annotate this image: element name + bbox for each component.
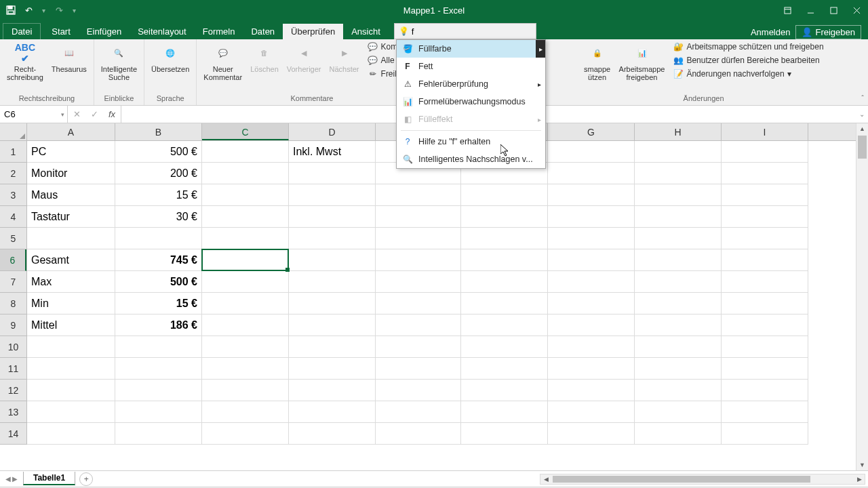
col-header-I[interactable]: I [722, 123, 808, 140]
worksheet-grid[interactable]: ABCDEFGHI 1234567891011121314 PC500 €Ink… [0, 123, 868, 470]
cell-I12[interactable] [722, 380, 808, 401]
cell-H7[interactable] [635, 271, 722, 293]
row-header-14[interactable]: 14 [0, 423, 26, 445]
cell-D9[interactable] [289, 314, 376, 336]
col-header-C[interactable]: C [202, 123, 289, 140]
cell-D10[interactable] [289, 336, 376, 358]
ribbon-options-icon[interactable] [776, 0, 799, 20]
name-box[interactable]: C6▾ [0, 106, 68, 123]
sheet-nav-next-icon[interactable]: ▶ [12, 475, 18, 483]
row-header-1[interactable]: 1 [0, 141, 26, 163]
cell-G13[interactable] [548, 401, 635, 423]
undo-icon[interactable]: ↶ [23, 5, 34, 16]
newcomment-button[interactable]: 💬Neuer Kommentar [201, 41, 245, 83]
row-header-2[interactable]: 2 [0, 163, 26, 184]
fx-icon[interactable]: fx [103, 109, 121, 119]
tellme-input[interactable] [412, 26, 532, 37]
row-header-8[interactable]: 8 [0, 293, 26, 314]
tab-formulas[interactable]: Formeln [195, 24, 243, 39]
cell-F14[interactable] [461, 423, 548, 445]
tab-review[interactable]: Überprüfen [283, 24, 343, 39]
cell-D12[interactable] [289, 380, 376, 401]
cell-I13[interactable] [722, 401, 808, 423]
cell-H8[interactable] [635, 293, 722, 314]
cell-H11[interactable] [635, 358, 722, 380]
cell-C5[interactable] [202, 228, 289, 249]
cell-C14[interactable] [202, 423, 289, 445]
cell-A5[interactable] [27, 228, 115, 249]
close-icon[interactable] [845, 0, 868, 20]
cell-B13[interactable] [115, 401, 202, 423]
maximize-icon[interactable] [822, 0, 845, 20]
cell-A10[interactable] [27, 336, 115, 358]
cell-A12[interactable] [27, 380, 115, 401]
cell-H3[interactable] [635, 184, 722, 206]
tellme-item-bold[interactable]: F Fett [397, 58, 545, 75]
cell-B4[interactable]: 30 € [115, 206, 202, 228]
cell-F7[interactable] [461, 271, 548, 293]
cell-F10[interactable] [461, 336, 548, 358]
protectwb-button[interactable]: 🔒smappe ützen [581, 41, 614, 83]
expand-formulabar-icon[interactable]: ⌄ [856, 106, 868, 123]
row-headers[interactable]: 1234567891011121314 [0, 141, 27, 445]
tellme-item-fillcolor[interactable]: 🪣 Füllfarbe ▸ [397, 40, 545, 58]
cell-G9[interactable] [548, 314, 635, 336]
cell-I7[interactable] [722, 271, 808, 293]
cell-I1[interactable] [722, 141, 808, 163]
cell-D6[interactable] [289, 249, 376, 271]
sheet-nav-prev-icon[interactable]: ◀ [5, 475, 11, 483]
tellme-item-help[interactable]: ? Hilfe zu "f" erhalten [397, 133, 545, 150]
cell-I4[interactable] [722, 206, 808, 228]
cell-C11[interactable] [202, 358, 289, 380]
collapse-ribbon-icon[interactable]: ˆ [861, 94, 864, 102]
spellcheck-button[interactable]: ABC✔Recht- schreibung [4, 41, 46, 83]
cell-C8[interactable] [202, 293, 289, 314]
cell-E11[interactable] [376, 358, 461, 380]
row-header-13[interactable]: 13 [0, 401, 26, 423]
cell-F6[interactable] [461, 249, 548, 271]
cell-D1[interactable]: Inkl. Mwst [289, 141, 376, 163]
cell-A3[interactable]: Maus [27, 184, 115, 206]
col-header-B[interactable]: B [115, 123, 202, 140]
cell-H9[interactable] [635, 314, 722, 336]
row-header-6[interactable]: 6 [0, 249, 26, 271]
cell-F3[interactable] [461, 184, 548, 206]
cell-D3[interactable] [289, 184, 376, 206]
vertical-scrollbar[interactable]: ▲ ▼ [856, 123, 868, 470]
cell-B10[interactable] [115, 336, 202, 358]
cell-B3[interactable]: 15 € [115, 184, 202, 206]
cell-I9[interactable] [722, 314, 808, 336]
cell-F5[interactable] [461, 228, 548, 249]
cell-I6[interactable] [722, 249, 808, 271]
cell-A6[interactable]: Gesamt [27, 249, 115, 271]
protectshare-button[interactable]: 🔐Arbeitsmappe schützen und freigeben [670, 41, 826, 53]
cell-B5[interactable] [115, 228, 202, 249]
minimize-icon[interactable] [799, 0, 822, 20]
cell-C6[interactable] [202, 249, 289, 271]
cell-E13[interactable] [376, 401, 461, 423]
scroll-left-icon[interactable]: ◀ [540, 474, 551, 484]
cell-D5[interactable] [289, 228, 376, 249]
horizontal-scrollbar[interactable]: ◀ ▶ [540, 474, 865, 485]
row-header-10[interactable]: 10 [0, 336, 26, 358]
cell-H12[interactable] [635, 380, 722, 401]
tab-insert[interactable]: Einfügen [79, 24, 130, 39]
hscroll-thumb[interactable] [553, 476, 810, 483]
cells-area[interactable]: PC500 €Inkl. Mwst19%Monitor200 €Maus15 €… [27, 141, 856, 470]
add-sheet-button[interactable]: + [79, 472, 93, 486]
cell-G12[interactable] [548, 380, 635, 401]
sharewb-button[interactable]: 📊Arbeitsmappe freigeben [616, 41, 668, 83]
cell-H2[interactable] [635, 163, 722, 184]
cell-G10[interactable] [548, 336, 635, 358]
cell-E9[interactable] [376, 314, 461, 336]
cell-B1[interactable]: 500 € [115, 141, 202, 163]
cell-A2[interactable]: Monitor [27, 163, 115, 184]
cell-G1[interactable] [548, 141, 635, 163]
cell-A11[interactable] [27, 358, 115, 380]
cell-G6[interactable] [548, 249, 635, 271]
tab-view[interactable]: Ansicht [343, 24, 389, 39]
cell-A7[interactable]: Max [27, 271, 115, 293]
tellme-item-formulaaudit[interactable]: 📊 Formelüberwachungsmodus [397, 93, 545, 110]
cell-C12[interactable] [202, 380, 289, 401]
tellme-box[interactable]: 💡 [394, 23, 536, 39]
